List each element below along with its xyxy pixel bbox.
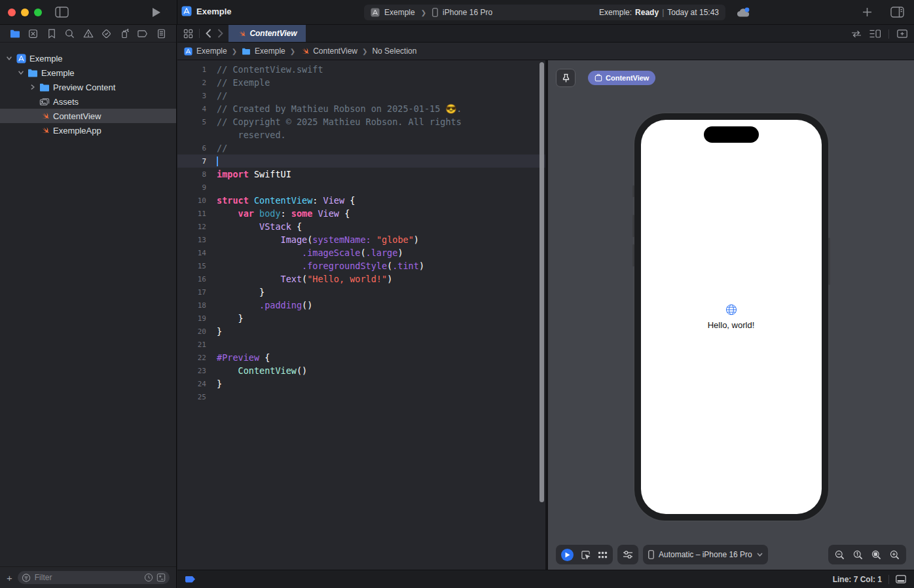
code-line[interactable]: 21 bbox=[177, 338, 545, 351]
reports-navigator-icon[interactable] bbox=[154, 26, 168, 41]
line-number: 1 bbox=[177, 65, 208, 74]
minimize-window-button[interactable] bbox=[21, 9, 29, 16]
preview-screen[interactable]: Hello, world! bbox=[641, 120, 822, 514]
line-number: 14 bbox=[177, 249, 208, 257]
code-line[interactable]: 7 bbox=[177, 155, 545, 168]
breakpoints-navigator-icon[interactable] bbox=[136, 26, 150, 41]
jumpbar-item-contentview[interactable]: ContentView bbox=[300, 46, 357, 56]
bookmarks-navigator-icon[interactable] bbox=[45, 26, 59, 41]
dynamic-island bbox=[704, 126, 759, 143]
disclosure-right-icon[interactable] bbox=[27, 84, 38, 90]
code-line[interactable]: 4// Created by Mathieu Robson on 2025-01… bbox=[177, 102, 545, 115]
jumpbar-item-label: Exemple bbox=[196, 46, 227, 56]
add-editor-icon[interactable] bbox=[897, 29, 907, 38]
code-line[interactable]: 2// Exemple bbox=[177, 76, 545, 89]
go-back-icon[interactable] bbox=[206, 29, 211, 38]
go-forward-icon[interactable] bbox=[217, 29, 223, 38]
tree-item-exempleapp[interactable]: ExempleApp bbox=[0, 123, 176, 138]
line-number: 20 bbox=[177, 327, 208, 336]
disclosure-down-icon[interactable] bbox=[16, 71, 26, 75]
preview-target-pill[interactable]: ContentView bbox=[588, 71, 655, 85]
code-line[interactable]: 5// Copyright © 2025 Mathieu Robson. All… bbox=[177, 115, 545, 128]
toggle-debug-area-icon[interactable] bbox=[896, 575, 906, 583]
editor-options-icon[interactable] bbox=[869, 29, 881, 38]
jumpbar-item-exemple[interactable]: Exemple bbox=[184, 46, 227, 56]
code-line[interactable]: 1// ContentView.swift bbox=[177, 63, 545, 76]
code-line[interactable]: 19 } bbox=[177, 312, 545, 325]
close-window-button[interactable] bbox=[8, 9, 16, 16]
jumpbar-item-label: ContentView bbox=[313, 46, 357, 56]
code-review-icon[interactable] bbox=[851, 30, 862, 38]
run-button[interactable] bbox=[152, 7, 161, 18]
code-line[interactable]: 9 bbox=[177, 181, 545, 194]
iphone-preview-device[interactable]: Hello, world! bbox=[634, 113, 828, 521]
code-line[interactable]: 23 ContentView() bbox=[177, 364, 545, 377]
code-line[interactable]: 6// bbox=[177, 141, 545, 155]
source-control-navigator-icon[interactable] bbox=[26, 26, 41, 41]
code-line[interactable]: 13 Image(systemName: "globe") bbox=[177, 233, 545, 246]
code-line[interactable]: 8import SwiftUI bbox=[177, 168, 545, 181]
tree-item-preview-content[interactable]: Preview Content bbox=[0, 80, 176, 94]
code-line[interactable]: 12 VStack { bbox=[177, 220, 545, 233]
tree-item-assets[interactable]: Assets bbox=[0, 94, 176, 109]
tests-navigator-icon[interactable] bbox=[99, 26, 113, 41]
zoom-window-button[interactable] bbox=[34, 9, 42, 16]
live-preview-button[interactable] bbox=[561, 549, 574, 561]
zoom-100-icon[interactable] bbox=[853, 550, 863, 560]
add-button[interactable] bbox=[862, 7, 872, 17]
selectable-mode-button[interactable] bbox=[581, 550, 591, 560]
preview-device-selector[interactable]: Automatic – iPhone 16 Pro bbox=[643, 545, 768, 564]
add-file-button[interactable]: + bbox=[7, 573, 12, 583]
code-line[interactable]: 20} bbox=[177, 325, 545, 338]
debug-navigator-icon[interactable] bbox=[117, 26, 132, 41]
related-items-icon[interactable] bbox=[183, 29, 193, 39]
code-line[interactable]: 24} bbox=[177, 377, 545, 390]
tab-contentview[interactable]: ContentView bbox=[228, 25, 306, 42]
toggle-inspector-sidebar-icon[interactable] bbox=[890, 7, 904, 18]
cloud-sync-icon[interactable] bbox=[736, 7, 751, 18]
code-line[interactable]: 22#Preview { bbox=[177, 351, 545, 364]
source-editor[interactable]: 1// ContentView.swift2// Exemple3//4// C… bbox=[177, 60, 545, 570]
code-line[interactable]: 11 var body: some View { bbox=[177, 207, 545, 220]
code-text: struct ContentView: View { bbox=[217, 195, 355, 206]
jumpbar-item-no-selection[interactable]: No Selection bbox=[372, 46, 416, 56]
filter-input[interactable]: Filter bbox=[18, 571, 170, 584]
activity-status[interactable]: Exemple: Ready | Today at 15:43 bbox=[599, 8, 719, 17]
mute-switch bbox=[632, 185, 634, 197]
variants-mode-button[interactable] bbox=[598, 550, 608, 560]
zoom-fit-icon[interactable] bbox=[871, 550, 881, 560]
recent-files-icon[interactable] bbox=[144, 573, 153, 582]
issues-navigator-icon[interactable] bbox=[81, 26, 96, 41]
toggle-navigator-sidebar-icon[interactable] bbox=[55, 7, 69, 18]
run-destination: iPhone 16 Pro bbox=[443, 8, 492, 17]
project-navigator-icon[interactable] bbox=[8, 26, 22, 41]
code-text: } bbox=[217, 287, 265, 297]
code-line[interactable]: 16 Text("Hello, world!") bbox=[177, 272, 545, 285]
code-line[interactable]: 10struct ContentView: View { bbox=[177, 194, 545, 207]
code-line[interactable]: 3// bbox=[177, 89, 545, 102]
editor-scrollbar[interactable] bbox=[539, 62, 544, 502]
pin-preview-button[interactable] bbox=[556, 69, 576, 87]
code-line[interactable]: 14 .imageScale(.large) bbox=[177, 246, 545, 259]
window-title-text: Exemple bbox=[196, 7, 231, 16]
code-line[interactable]: 25 bbox=[177, 390, 545, 403]
zoom-in-icon[interactable] bbox=[890, 550, 900, 560]
code-line[interactable]: 17 } bbox=[177, 285, 545, 299]
disclosure-down-icon[interactable] bbox=[4, 56, 14, 60]
code-line[interactable]: 15 .foregroundStyle(.tint) bbox=[177, 259, 545, 272]
tree-item-exemple[interactable]: Exemple bbox=[0, 51, 176, 65]
window-title: Exemple bbox=[181, 6, 231, 16]
preview-pill-label: ContentView bbox=[606, 74, 649, 82]
find-navigator-icon[interactable] bbox=[63, 26, 77, 41]
code-line[interactable]: reserved. bbox=[177, 128, 545, 141]
scheme-selector[interactable]: Exemple ❯ iPhone 16 Pro bbox=[371, 8, 492, 17]
tree-item-contentview[interactable]: ContentView bbox=[0, 109, 176, 123]
zoom-out-icon[interactable] bbox=[835, 550, 845, 560]
device-settings-button[interactable] bbox=[623, 550, 633, 559]
source-control-status-icon[interactable] bbox=[156, 573, 166, 582]
tree-item-exemple[interactable]: Exemple bbox=[0, 65, 176, 80]
code-line[interactable]: 18 .padding() bbox=[177, 299, 545, 312]
breakpoints-indicator[interactable] bbox=[185, 576, 195, 583]
scheme-name: Exemple bbox=[384, 8, 415, 17]
jumpbar-item-exemple[interactable]: Exemple bbox=[242, 46, 285, 56]
